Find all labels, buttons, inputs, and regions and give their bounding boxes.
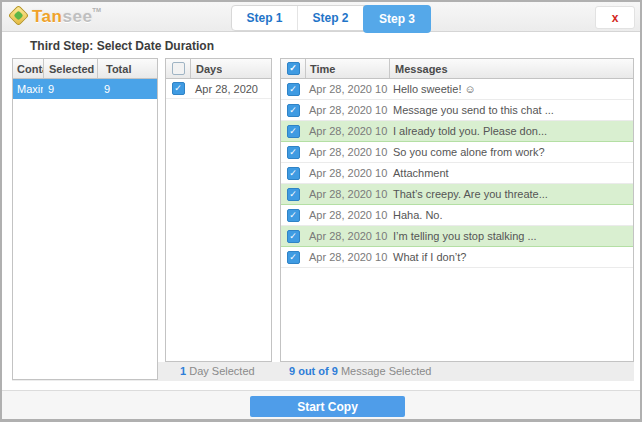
- contacts-col-contact: Contact: [13, 63, 43, 75]
- day-checkbox[interactable]: [172, 82, 185, 95]
- contacts-col-selected: Selected: [44, 63, 97, 75]
- message-checkbox[interactable]: [287, 125, 300, 138]
- message-time: Apr 28, 2020 10:49 PM: [305, 251, 388, 263]
- message-text: I’m telling you stop stalking ...: [388, 230, 633, 242]
- message-row[interactable]: Apr 28, 2020 10:48 PM Haha. No.: [281, 205, 633, 226]
- message-row[interactable]: Apr 28, 2020 10:49 PM What if I don’t?: [281, 247, 633, 268]
- message-time: Apr 28, 2020 10:48 PM: [305, 188, 388, 200]
- tab-step-1[interactable]: Step 1: [232, 6, 298, 30]
- message-time: Apr 28, 2020 10:40 PM: [305, 104, 388, 116]
- message-row[interactable]: Apr 28, 2020 10:47 PM Attachment: [281, 163, 633, 184]
- message-text: Hello sweetie! ☺: [388, 83, 633, 95]
- day-row[interactable]: Apr 28, 2020: [166, 79, 271, 99]
- message-time: Apr 28, 2020 10:43 PM: [305, 125, 388, 137]
- message-time: Apr 28, 2020 10:47 PM: [305, 167, 388, 179]
- tab-step-3[interactable]: Step 3: [363, 5, 431, 33]
- message-text: So you come alone from work?: [388, 146, 633, 158]
- message-time: Apr 28, 2020 10:47 PM: [305, 146, 388, 158]
- message-text: That’s creepy. Are you threate...: [388, 188, 633, 200]
- message-text: I already told you. Please don...: [388, 125, 633, 137]
- contact-name: Maxim: [13, 83, 43, 95]
- message-checkbox[interactable]: [287, 230, 300, 243]
- message-text: Attachment: [388, 167, 633, 179]
- days-select-all-cell: [166, 62, 190, 75]
- message-text: Haha. No.: [388, 209, 633, 221]
- message-row[interactable]: Apr 28, 2020 10:40 PM Message you send t…: [281, 100, 633, 121]
- day-label: Apr 28, 2020: [190, 83, 258, 95]
- close-button[interactable]: x: [595, 6, 635, 29]
- brand-name: Tansee: [32, 4, 92, 30]
- message-checkbox[interactable]: [287, 188, 300, 201]
- messages-select-all-checkbox[interactable]: [287, 62, 300, 75]
- days-table: Days Apr 28, 2020: [165, 58, 272, 362]
- start-copy-button[interactable]: Start Copy: [250, 396, 405, 417]
- days-select-all-checkbox[interactable]: [172, 62, 185, 75]
- tansee-logo-icon: [8, 5, 29, 26]
- message-checkbox[interactable]: [287, 83, 300, 96]
- message-checkbox[interactable]: [287, 104, 300, 117]
- message-row[interactable]: Apr 28, 2020 10:40 PM Hello sweetie! ☺: [281, 79, 633, 100]
- message-checkbox[interactable]: [287, 167, 300, 180]
- contact-selected-count: 9: [43, 83, 96, 95]
- tansee-logo-icon-inner: [14, 11, 24, 21]
- messages-table: Time Messages Apr 28, 2020 10:40 PM Hell…: [280, 58, 634, 362]
- message-time: Apr 28, 2020 10:48 PM: [305, 209, 388, 221]
- contacts-col-total: Total: [98, 63, 157, 75]
- messages-selected-status: 9 out of 9 Message Selected: [289, 365, 431, 377]
- messages-select-all-cell: [281, 62, 305, 75]
- contacts-table: Contact Selected Total Maxim 9 9: [12, 58, 158, 380]
- days-col-header: Days: [191, 63, 222, 75]
- footer-bar: Start Copy: [2, 390, 640, 419]
- message-checkbox[interactable]: [287, 146, 300, 159]
- messages-selected-label: Message Selected: [341, 365, 432, 377]
- contact-row-selected[interactable]: Maxim 9 9: [13, 79, 157, 99]
- page-title: Third Step: Select Date Duration: [30, 39, 214, 53]
- tab-step-2[interactable]: Step 2: [298, 6, 364, 30]
- message-row[interactable]: Apr 28, 2020 10:48 PM That’s creepy. Are…: [281, 184, 633, 205]
- close-icon: x: [612, 11, 619, 25]
- message-checkbox[interactable]: [287, 209, 300, 222]
- message-text: Message you send to this chat ...: [388, 104, 633, 116]
- titlebar: Tansee TM Step 1 Step 2 Step 3 x: [2, 2, 640, 32]
- message-row[interactable]: Apr 28, 2020 10:47 PM So you come alone …: [281, 142, 633, 163]
- contacts-table-header: Contact Selected Total: [13, 59, 157, 79]
- days-table-header: Days: [166, 59, 271, 79]
- message-text: What if I don’t?: [388, 251, 633, 263]
- days-selected-count: 1: [180, 365, 186, 377]
- message-time: Apr 28, 2020 10:49 PM: [305, 230, 388, 242]
- message-checkbox[interactable]: [287, 251, 300, 264]
- messages-col-time: Time: [306, 63, 389, 75]
- trademark-symbol: TM: [92, 7, 101, 13]
- days-selected-status: 1 Day Selected: [180, 365, 255, 377]
- message-time: Apr 28, 2020 10:40 PM: [305, 83, 388, 95]
- messages-table-header: Time Messages: [281, 59, 633, 79]
- message-row[interactable]: Apr 28, 2020 10:49 PM I’m telling you st…: [281, 226, 633, 247]
- messages-col-messages: Messages: [390, 63, 633, 75]
- messages-selected-count: 9 out of 9: [289, 365, 338, 377]
- day-checkbox-cell: [166, 82, 190, 95]
- step-tabs: Step 1 Step 2 Step 3: [231, 5, 431, 31]
- days-selected-label: Day Selected: [189, 365, 254, 377]
- tansee-logo: Tansee TM: [8, 4, 101, 30]
- tansee-window: Tansee TM Step 1 Step 2 Step 3 x Third S…: [0, 0, 642, 422]
- contact-total-count: 9: [96, 83, 157, 95]
- message-row[interactable]: Apr 28, 2020 10:43 PM I already told you…: [281, 121, 633, 142]
